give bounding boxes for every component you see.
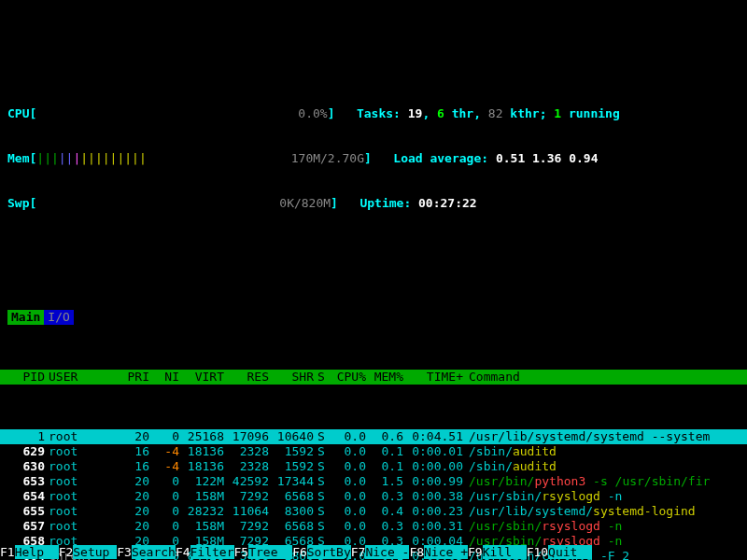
flabel-F2[interactable]: Setup [73, 545, 117, 559]
flabel-F9[interactable]: Kill [483, 545, 527, 559]
flabel-F5[interactable]: Tree [248, 545, 292, 559]
process-list[interactable]: 1root200251681709610640S0.00.60:04.51/us… [0, 429, 747, 560]
flabel-F10[interactable]: Quit [548, 545, 592, 559]
process-row[interactable]: 630root16-41813623281592S0.00.10:00.00/s… [0, 459, 747, 474]
flabel-F4[interactable]: Filter [190, 545, 234, 559]
flabel-F6[interactable]: SortBy [307, 545, 351, 559]
col-shr[interactable]: SHR [269, 370, 314, 385]
mem-meter: Mem[|||||||||||||||170M/2.70G] Load aver… [7, 151, 740, 166]
meters-panel: CPU[0.0%] Tasks: 19, 6 thr, 82 kthr; 1 r… [0, 75, 747, 226]
fkey-F4[interactable]: F4 [176, 545, 190, 559]
column-headers[interactable]: PID USER PRI NI VIRT RES SHR S CPU% MEM%… [0, 370, 747, 385]
flabel-F8[interactable]: Nice + [424, 545, 468, 559]
fkey-F3[interactable]: F3 [117, 545, 132, 559]
tab-main[interactable]: Main [7, 310, 44, 325]
fkey-F10[interactable]: F10 [527, 545, 548, 559]
flabel-F3[interactable]: Search [132, 545, 176, 559]
fkey-F8[interactable]: F8 [409, 545, 424, 559]
fkey-F6[interactable]: F6 [292, 545, 307, 559]
col-cpu[interactable]: CPU% [329, 370, 366, 385]
col-time[interactable]: TIME+ [403, 370, 463, 385]
col-user[interactable]: USER [45, 370, 120, 385]
col-s[interactable]: S [314, 370, 329, 385]
fkey-F1[interactable]: F1 [0, 545, 15, 559]
flabel-F7[interactable]: Nice - [365, 545, 409, 559]
fkey-F9[interactable]: F9 [468, 545, 483, 559]
flabel-F1[interactable]: Help [15, 545, 59, 559]
fkey-F5[interactable]: F5 [234, 545, 249, 559]
process-row[interactable]: 1root200251681709610640S0.00.60:04.51/us… [0, 429, 747, 444]
process-row[interactable]: 655root20028232110648300S0.00.40:00.23/u… [0, 504, 747, 519]
col-virt[interactable]: VIRT [179, 370, 224, 385]
process-row[interactable]: 653root200122M4259217344S0.01.50:00.99/u… [0, 474, 747, 489]
swp-meter: Swp[0K/820M] Uptime: 00:27:22 [7, 196, 740, 211]
fkey-F2[interactable]: F2 [59, 545, 74, 559]
col-mem[interactable]: MEM% [366, 370, 403, 385]
process-row[interactable]: 657root200158M72926568S0.00.30:00.31/usr… [0, 519, 747, 534]
function-key-bar: F1Help F2Setup F3SearchF4FilterF5Tree F6… [0, 545, 747, 560]
process-row[interactable]: 629root16-41813623281592S0.00.10:00.01/s… [0, 444, 747, 459]
tab-bar: Main I/O [7, 310, 747, 325]
col-pri[interactable]: PRI [120, 370, 149, 385]
col-pid[interactable]: PID [0, 370, 45, 385]
cpu-meter: CPU[0.0%] Tasks: 19, 6 thr, 82 kthr; 1 r… [7, 106, 740, 121]
col-res[interactable]: RES [224, 370, 269, 385]
col-ni[interactable]: NI [149, 370, 179, 385]
col-cmd[interactable]: Command [463, 370, 747, 385]
process-row[interactable]: 654root200158M72926568S0.00.30:00.38/usr… [0, 489, 747, 504]
tab-io[interactable]: I/O [44, 310, 73, 325]
fkey-F7[interactable]: F7 [351, 545, 366, 559]
